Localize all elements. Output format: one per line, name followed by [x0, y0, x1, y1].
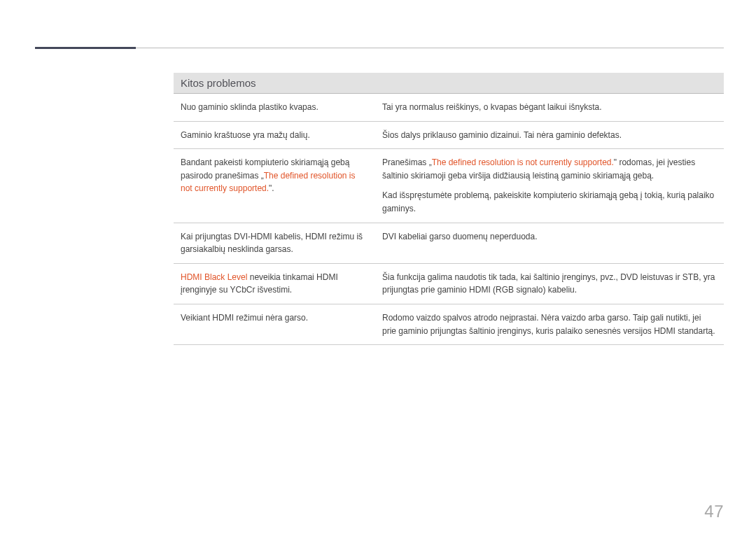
table-row: HDMI Black Level neveikia tinkamai HDMI … — [174, 263, 724, 304]
table-row: Kai prijungtas DVI-HDMI kabelis, HDMI re… — [174, 223, 724, 263]
table-row: Bandant pakeisti kompiuterio skiriamąją … — [174, 149, 724, 223]
top-divider — [35, 48, 724, 48]
issue-cell: Gaminio kraštuose yra mažų dalių. — [174, 121, 375, 149]
table-row: Veikiant HDMI režimui nėra garso. Rodomo… — [174, 304, 724, 344]
text-fragment: ". — [269, 183, 274, 193]
answer-cell: Pranešimas „The defined resolution is no… — [375, 149, 724, 223]
manual-page: Kitos problemos Nuo gaminio sklinda plas… — [0, 0, 756, 534]
issue-cell: Kai prijungtas DVI-HDMI kabelis, HDMI re… — [174, 223, 375, 263]
answer-cell: Tai yra normalus reiškinys, o kvapas bėg… — [375, 94, 724, 121]
paragraph: Kad išspręstumėte problemą, pakeiskite k… — [382, 189, 717, 215]
troubleshoot-table: Nuo gaminio sklinda plastiko kvapas. Tai… — [174, 94, 724, 345]
highlighted-text: HDMI Black Level — [181, 272, 247, 282]
text-fragment: Pranešimas „ — [382, 157, 432, 167]
answer-cell: Šia funkcija galima naudotis tik tada, k… — [375, 263, 724, 304]
issue-cell: Bandant pakeisti kompiuterio skiriamąją … — [174, 149, 375, 223]
highlighted-text: The defined resolution is not currently … — [432, 157, 614, 167]
issue-cell: Veikiant HDMI režimui nėra garso. — [174, 304, 375, 344]
table-row: Nuo gaminio sklinda plastiko kvapas. Tai… — [174, 94, 724, 121]
answer-cell: Šios dalys priklauso gaminio dizainui. T… — [375, 121, 724, 149]
page-number: 47 — [704, 502, 724, 521]
accent-bar — [35, 47, 136, 49]
answer-cell: DVI kabeliai garso duomenų neperduoda. — [375, 223, 724, 263]
answer-cell: Rodomo vaizdo spalvos atrodo neįprastai.… — [375, 304, 724, 344]
content-area: Kitos problemos Nuo gaminio sklinda plas… — [174, 73, 724, 345]
section-header: Kitos problemos — [174, 73, 724, 94]
table-row: Gaminio kraštuose yra mažų dalių. Šios d… — [174, 121, 724, 149]
issue-cell: Nuo gaminio sklinda plastiko kvapas. — [174, 94, 375, 121]
issue-cell: HDMI Black Level neveikia tinkamai HDMI … — [174, 263, 375, 304]
paragraph: Pranešimas „The defined resolution is no… — [382, 156, 717, 182]
